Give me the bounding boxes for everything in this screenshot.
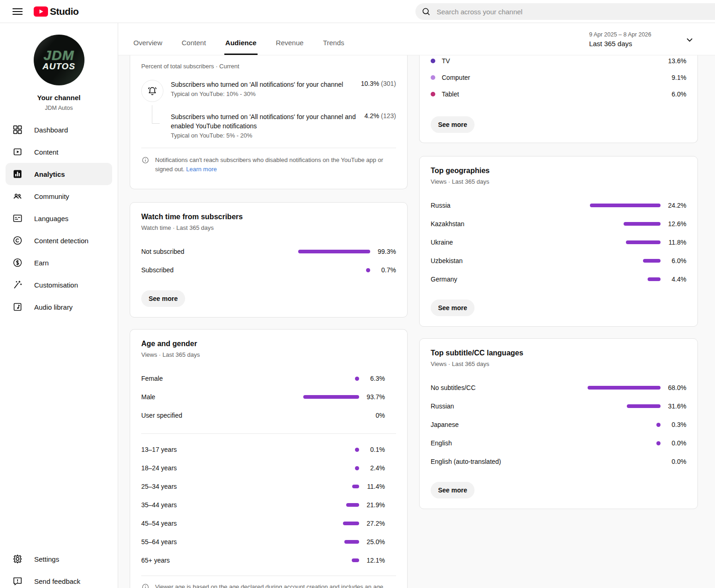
hamburger-menu-icon[interactable] [12, 6, 23, 17]
value-percent: 10.3% [361, 80, 379, 87]
value-bar [343, 522, 359, 525]
row-label: 65+ years [141, 557, 281, 564]
row-value: 0.3% [661, 421, 686, 428]
row-value: 13.6% [668, 57, 686, 65]
legend-dot [431, 59, 435, 63]
row-computer: Computer 9.1% [420, 69, 697, 86]
row-kazakhstan: Kazakhstan 12.6% [420, 215, 697, 233]
row-value: 25.0% [359, 538, 385, 546]
row-label: English [431, 439, 582, 447]
value-bar [590, 204, 661, 207]
sidebar-item-label: Content detection [34, 237, 89, 245]
bar-area [281, 558, 359, 562]
row-label: Germany [431, 276, 582, 283]
sidebar-item-content[interactable]: Content [6, 141, 112, 163]
row-label: 18–24 years [141, 464, 281, 472]
chevron-down-icon [685, 35, 695, 45]
sidebar-item-community[interactable]: Community [6, 185, 112, 207]
note-text: Viewer age is based on the age declared … [155, 582, 383, 588]
see-more-button[interactable]: See more [431, 482, 475, 498]
card-subtitle: Percent of total subscribers · Current [141, 55, 396, 70]
tab-audience[interactable]: Audience [224, 39, 258, 55]
row-label: Kazakhstan [431, 220, 582, 228]
value-bar [656, 423, 661, 427]
tab-revenue[interactable]: Revenue [275, 39, 305, 55]
see-more-button[interactable]: See more [141, 290, 185, 307]
row-russian: Russian 31.6% [420, 397, 697, 415]
row-label: 25–34 years [141, 483, 281, 490]
sidebar-item-earn[interactable]: Earn [6, 252, 112, 274]
row-value: 10.3% (301) [361, 80, 396, 102]
row-25-34-years: 25–34 years 11.4% [130, 477, 407, 496]
row-label: 45–54 years [141, 520, 281, 527]
avatar-text-bottom: AUTOS [42, 62, 75, 71]
watch-time-rows: Not subscribed 99.3% Subscribed 0.7% [130, 242, 407, 279]
row-label: Male [141, 393, 281, 401]
row-value: 68.0% [661, 384, 686, 391]
sidebar-item-label: Community [34, 192, 69, 200]
tab-content[interactable]: Content [181, 39, 207, 55]
device-rows: TV 13.6% Computer 9.1% Tablet 6.0% [420, 55, 697, 102]
youtube-studio-logo[interactable]: Studio [34, 6, 78, 17]
notifications-card: Percent of total subscribers · Current S… [130, 55, 408, 189]
row-value: 12.1% [359, 557, 385, 564]
value-bar [588, 386, 661, 390]
tab-overview[interactable]: Overview [132, 39, 163, 55]
row-english-auto-translated: English (auto-translated) 0.0% [420, 452, 697, 471]
connector-line [152, 105, 160, 124]
row-label: 55–64 years [141, 538, 281, 546]
row-65-years: 65+ years 12.1% [130, 551, 407, 570]
bar-area [582, 404, 661, 408]
age-gender-card: Age and gender Views · Last 365 days Fem… [130, 329, 408, 588]
learn-more-link[interactable]: Learn more [186, 166, 216, 173]
row-label: No subtitles/CC [431, 384, 582, 391]
sidebar-item-label: Analytics [34, 170, 65, 178]
row-typical: Typical on YouTube: 10% - 30% [171, 90, 355, 98]
info-icon [141, 583, 150, 588]
sidebar-item-analytics[interactable]: Analytics [6, 163, 112, 185]
bar-area [292, 268, 370, 272]
row-label: 35–44 years [141, 501, 281, 509]
bar-area [582, 259, 661, 263]
bar-area [281, 503, 359, 507]
row-value: 21.9% [359, 501, 385, 509]
card-subtitle: Views · Last 365 days [431, 360, 686, 368]
value-count: (123) [381, 112, 396, 120]
row-45-54-years: 45–54 years 27.2% [130, 514, 407, 533]
card-title: Age and gender [141, 339, 396, 349]
row-35-44-years: 35–44 years 21.9% [130, 496, 407, 514]
sidebar: JDM AUTOS Your channel JDM Autos Dashboa… [0, 23, 118, 588]
analytics-tabs: OverviewContentAudienceRevenueTrends [132, 39, 363, 55]
bar-area [582, 204, 661, 207]
sidebar-item-settings[interactable]: Settings [6, 548, 112, 570]
row-label: Japanese [431, 421, 582, 428]
row-value: 24.2% [661, 202, 686, 209]
bar-area [281, 540, 359, 544]
row-value: 9.1% [672, 74, 686, 81]
row-ukraine: Ukraine 11.8% [420, 233, 697, 252]
sidebar-item-send-feedback[interactable]: Send feedback [6, 570, 112, 588]
sidebar-item-audio-library[interactable]: Audio library [6, 296, 112, 318]
sidebar-item-content-detection[interactable]: Content detection [6, 229, 112, 252]
row-label: Tablet [442, 90, 459, 98]
search-input[interactable] [437, 8, 715, 16]
channel-avatar[interactable]: JDM AUTOS [34, 35, 84, 85]
legend-dot [431, 75, 435, 80]
value-bar [648, 277, 661, 281]
row-value: 0.0% [661, 458, 686, 465]
row-value: 0.0% [661, 439, 686, 447]
see-more-button[interactable]: See more [431, 300, 475, 316]
value-bar [352, 558, 359, 562]
row-13-17-years: 13–17 years 0.1% [130, 440, 407, 459]
sidebar-item-languages[interactable]: Languages [6, 207, 112, 229]
nav-icon [12, 235, 23, 246]
value-bar [352, 485, 359, 488]
sidebar-nav: Dashboard Content Analytics Community La… [0, 119, 118, 318]
tab-trends[interactable]: Trends [322, 39, 345, 55]
sidebar-item-customisation[interactable]: Customisation [6, 274, 112, 296]
sidebar-item-dashboard[interactable]: Dashboard [6, 119, 112, 141]
see-more-button[interactable]: See more [431, 116, 475, 133]
date-range-picker[interactable]: 9 Apr 2025 – 8 Apr 2026 Last 365 days [589, 31, 695, 48]
search-bar[interactable] [415, 3, 715, 20]
row-value: 11.8% [661, 239, 686, 246]
